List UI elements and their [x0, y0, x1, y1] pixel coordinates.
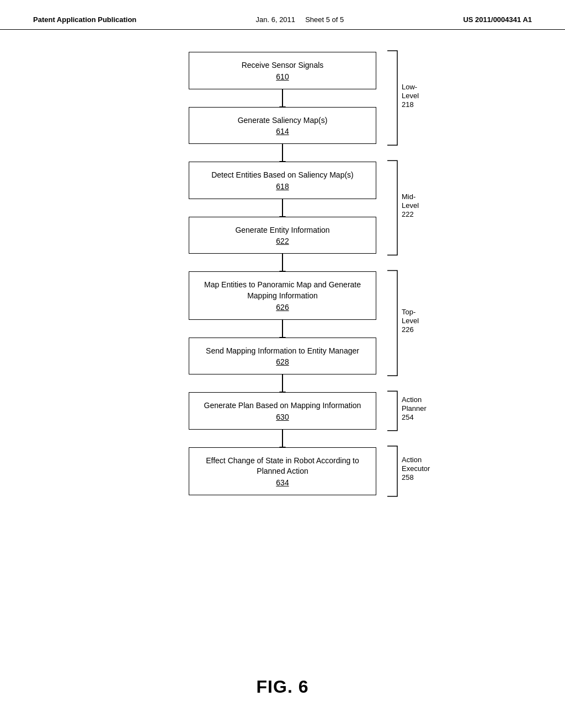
box-634: Effect Change of State in Robot Accordin…: [189, 447, 376, 495]
box-610-num: 610: [198, 72, 367, 81]
header-left: Patent Application Publication: [33, 15, 136, 24]
box-628-title: Send Mapping Information to Entity Manag…: [206, 346, 359, 355]
box-618: Detect Entities Based on Saliency Map(s)…: [189, 162, 376, 199]
arrow-1: [282, 144, 283, 162]
flow-container: Receive Sensor Signals610Generate Salien…: [0, 52, 565, 495]
box-630-num: 630: [198, 413, 367, 421]
header-date: Jan. 6, 2011: [256, 15, 296, 24]
box-610-title: Receive Sensor Signals: [242, 61, 324, 69]
box-634-num: 634: [198, 478, 367, 487]
box-626: Map Entities to Panoramic Map and Genera…: [189, 271, 376, 319]
arrow-4: [282, 320, 283, 338]
header-sheet: Sheet 5 of 5: [305, 15, 344, 24]
figure-label: FIG. 6: [257, 677, 309, 697]
box-622-num: 622: [198, 237, 367, 245]
diagram: Receive Sensor Signals610Generate Salien…: [0, 30, 565, 719]
box-626-title: Map Entities to Panoramic Map and Genera…: [204, 280, 361, 300]
box-626-num: 626: [198, 303, 367, 312]
arrow-0: [282, 89, 283, 107]
box-630: Generate Plan Based on Mapping Informati…: [189, 392, 376, 430]
box-614-num: 614: [198, 127, 367, 136]
box-622: Generate Entity Information622: [189, 217, 376, 254]
box-622-title: Generate Entity Information: [235, 226, 329, 234]
box-634-title: Effect Change of State in Robot Accordin…: [206, 456, 359, 476]
page: Patent Application Publication Jan. 6, 2…: [0, 0, 565, 728]
arrow-2: [282, 199, 283, 217]
box-618-num: 618: [198, 182, 367, 191]
box-628-num: 628: [198, 357, 367, 366]
header-right: US 2011/0004341 A1: [463, 15, 532, 24]
box-610: Receive Sensor Signals610: [189, 52, 376, 89]
box-628: Send Mapping Information to Entity Manag…: [189, 338, 376, 375]
box-614-title: Generate Saliency Map(s): [238, 116, 328, 125]
header-center: Jan. 6, 2011 Sheet 5 of 5: [256, 15, 344, 24]
box-614: Generate Saliency Map(s)614: [189, 107, 376, 144]
arrow-6: [282, 430, 283, 447]
header: Patent Application Publication Jan. 6, 2…: [0, 0, 565, 30]
arrow-5: [282, 374, 283, 392]
box-618-title: Detect Entities Based on Saliency Map(s): [211, 170, 354, 179]
box-630-title: Generate Plan Based on Mapping Informati…: [204, 401, 361, 410]
arrow-3: [282, 254, 283, 271]
